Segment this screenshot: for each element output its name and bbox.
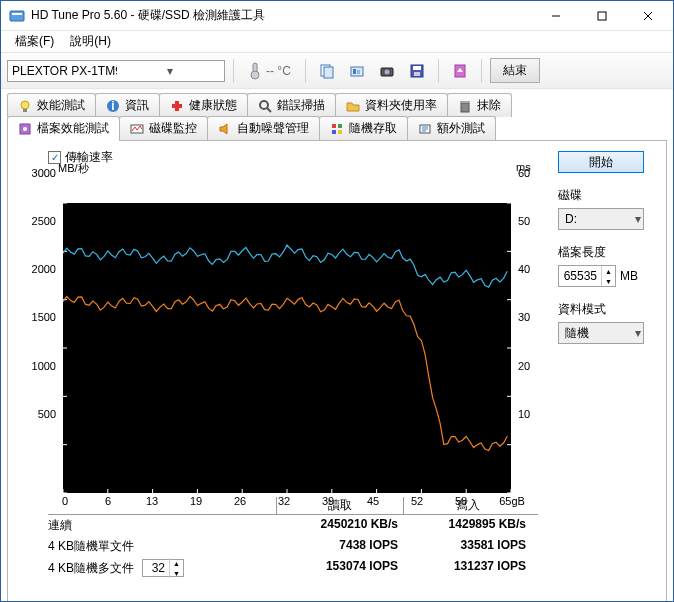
svg-rect-35 xyxy=(338,124,342,128)
app-icon xyxy=(9,8,25,24)
threads-spinner[interactable]: 32▲▼ xyxy=(142,559,184,577)
tab-benchmark[interactable]: 效能測試 xyxy=(7,93,96,117)
spinner-up-icon[interactable]: ▲ xyxy=(601,266,615,276)
svg-rect-29 xyxy=(460,101,470,103)
tab-error-scan[interactable]: 錯誤掃描 xyxy=(247,93,336,117)
ytick-left: 500 xyxy=(18,408,56,420)
tab-health[interactable]: 健康狀態 xyxy=(159,93,248,117)
row-sequential: 連續 2450210 KB/s 1429895 KB/s xyxy=(48,515,538,536)
chevron-down-icon: ▾ xyxy=(635,326,641,340)
start-button[interactable]: 開始 xyxy=(558,151,644,173)
exit-button[interactable]: 結束 xyxy=(490,58,540,83)
speaker-icon xyxy=(218,122,232,136)
svg-rect-21 xyxy=(23,109,27,112)
svg-rect-11 xyxy=(353,69,356,74)
svg-rect-36 xyxy=(332,130,336,134)
tab-extra-tests[interactable]: 額外測試 xyxy=(407,116,496,140)
row-random-single: 4 KB隨機單文件 7438 IOPS 33581 IOPS xyxy=(48,536,538,557)
tab-folder-usage[interactable]: 資料夾使用率 xyxy=(335,93,448,117)
svg-rect-9 xyxy=(324,67,333,78)
spinner-down-icon[interactable]: ▼ xyxy=(169,568,183,578)
y-axis-left-label: MB/秒 xyxy=(58,161,89,176)
chevron-down-icon: ▾ xyxy=(635,212,641,226)
svg-text:i: i xyxy=(111,99,114,113)
screenshot-button[interactable] xyxy=(374,59,400,83)
spinner-up-icon[interactable]: ▲ xyxy=(169,558,183,568)
random-icon xyxy=(330,122,344,136)
rndm-read: 153074 IOPS xyxy=(276,559,404,577)
chevron-down-icon: ▾ xyxy=(117,64,222,78)
svg-rect-1 xyxy=(12,13,22,15)
search-icon xyxy=(258,99,272,113)
svg-point-7 xyxy=(251,71,259,79)
filelen-unit: MB xyxy=(620,269,638,283)
titlebar: HD Tune Pro 5.60 - 硬碟/SSD 檢測維護工具 xyxy=(1,1,673,31)
tab-row-2: 檔案效能測試 磁碟監控 自動噪聲管理 隨機存取 額外測試 xyxy=(7,116,667,140)
tab-content: ✓ 傳輸速率 MB/秒 ms 3000 2500 2000 1500 1000 … xyxy=(7,140,667,602)
ytick-right: 30 xyxy=(518,311,542,323)
ytick-left: 1500 xyxy=(18,311,56,323)
svg-rect-25 xyxy=(172,104,182,108)
ytick-left: 2500 xyxy=(18,215,56,227)
svg-rect-32 xyxy=(131,125,143,133)
tab-random-access[interactable]: 隨機存取 xyxy=(319,116,408,140)
menu-file[interactable]: 檔案(F) xyxy=(7,31,62,52)
ytick-right: 50 xyxy=(518,215,542,227)
copy-info-button[interactable] xyxy=(314,59,340,83)
options-button[interactable] xyxy=(447,59,473,83)
tab-aam[interactable]: 自動噪聲管理 xyxy=(207,116,320,140)
disk-label: 磁碟 xyxy=(558,187,650,204)
svg-rect-37 xyxy=(338,130,342,134)
folder-icon xyxy=(346,99,360,113)
svg-rect-34 xyxy=(332,124,336,128)
svg-point-14 xyxy=(384,69,389,74)
rnd1-write: 33581 IOPS xyxy=(404,538,532,555)
svg-point-26 xyxy=(260,101,268,109)
tabs: 效能測試 i資訊 健康狀態 錯誤掃描 資料夾使用率 抹除 檔案效能測試 磁碟監控… xyxy=(7,93,667,602)
ytick-right: 60 xyxy=(518,167,542,179)
right-panel: 開始 磁碟 D:▾ 檔案長度 65535▲▼ MB 資料模式 隨機▾ xyxy=(558,151,650,344)
seq-write: 1429895 KB/s xyxy=(404,517,532,534)
info-icon: i xyxy=(106,99,120,113)
svg-rect-28 xyxy=(461,103,469,112)
tab-row-1: 效能測試 i資訊 健康狀態 錯誤掃描 資料夾使用率 抹除 xyxy=(7,93,667,117)
extra-icon xyxy=(418,122,432,136)
spinner-down-icon[interactable]: ▼ xyxy=(601,276,615,286)
tab-info[interactable]: i資訊 xyxy=(95,93,160,117)
svg-rect-16 xyxy=(413,66,421,70)
ytick-left: 2000 xyxy=(18,263,56,275)
ytick-right: 20 xyxy=(518,360,542,372)
health-icon xyxy=(170,99,184,113)
tab-file-benchmark[interactable]: 檔案效能測試 xyxy=(7,116,120,140)
ytick-left: 3000 xyxy=(18,167,56,179)
disk-select[interactable]: D:▾ xyxy=(558,208,644,230)
minimize-button[interactable] xyxy=(533,1,579,31)
menu-help[interactable]: 說明(H) xyxy=(62,31,119,52)
mode-label: 資料模式 xyxy=(558,301,650,318)
chart-canvas xyxy=(63,203,511,493)
drive-select[interactable]: PLEXTOR PX-1TM9PY + (1024 gB) ▾ xyxy=(7,60,225,82)
copy-screenshot-button[interactable] xyxy=(344,59,370,83)
svg-rect-17 xyxy=(414,72,420,76)
mode-select[interactable]: 隨機▾ xyxy=(558,322,644,344)
save-button[interactable] xyxy=(404,59,430,83)
tab-disk-monitor[interactable]: 磁碟監控 xyxy=(119,116,208,140)
svg-rect-12 xyxy=(357,70,360,74)
temperature-display: -- °C xyxy=(242,59,297,83)
trash-icon xyxy=(458,99,472,113)
filelen-spinner[interactable]: 65535▲▼ xyxy=(558,265,616,287)
tab-erase[interactable]: 抹除 xyxy=(447,93,512,117)
rndm-write: 131237 IOPS xyxy=(404,559,532,577)
monitor-icon xyxy=(130,122,144,136)
menubar: 檔案(F) 說明(H) xyxy=(1,31,673,53)
svg-rect-3 xyxy=(598,12,606,20)
close-button[interactable] xyxy=(625,1,671,31)
maximize-button[interactable] xyxy=(579,1,625,31)
toolbar: PLEXTOR PX-1TM9PY + (1024 gB) ▾ -- °C 結束 xyxy=(1,53,673,89)
temperature-value: -- °C xyxy=(266,64,291,78)
window-title: HD Tune Pro 5.60 - 硬碟/SSD 檢測維護工具 xyxy=(31,7,533,24)
filelen-label: 檔案長度 xyxy=(558,244,650,261)
svg-marker-33 xyxy=(220,124,227,134)
rnd1-read: 7438 IOPS xyxy=(276,538,404,555)
col-read: 讀取 xyxy=(276,497,404,514)
